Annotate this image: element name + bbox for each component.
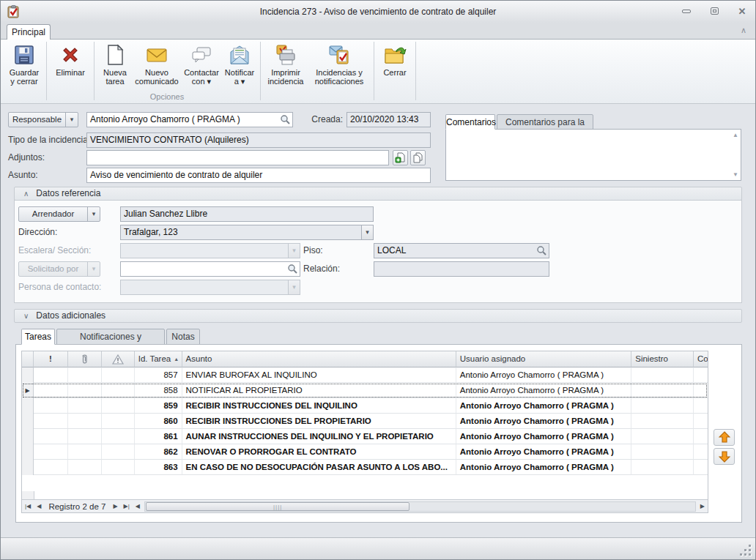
new-task-button[interactable]: Nueva tarea [97,42,133,94]
direccion-combo[interactable]: Trafalgar, 123 ▾ [120,225,374,240]
table-row[interactable]: 860RECIBIR INSTRUCCIONES DEL PROPIETARIO… [22,414,708,429]
piso-field[interactable]: LOCAL [374,243,549,258]
table-row[interactable]: 857ENVIAR BUROFAX AL INQUILINOAntonio Ar… [22,367,708,383]
tab-notas[interactable]: Notas [166,329,200,345]
tab-tareas[interactable]: Tareas [21,329,55,345]
table-row[interactable]: 859RECIBIR INSTRUCCIONES DEL INQUILINOAn… [22,398,708,414]
ribbon-tabstrip: Principal ∧ [1,23,755,39]
nav-prev-button[interactable]: ◀ [34,500,44,512]
restore-button[interactable] [708,6,720,16]
close-folder-icon [383,43,407,67]
add-attachment-button[interactable] [393,150,408,165]
search-icon[interactable] [287,264,298,275]
scrollbar-thumb[interactable]: |||| [146,502,410,511]
save-close-button[interactable]: Guardar y cerrar [5,42,43,94]
direccion-label: Dirección: [18,225,57,240]
co-cell [694,444,708,460]
table-row[interactable]: 861AUNAR INSTRUCCIONES DEL INQUILINO Y E… [22,429,708,444]
priority-cell [34,383,68,398]
section-datos-adicionales[interactable]: ∨Datos adicionales [14,309,742,323]
warning-icon [112,354,124,365]
tab-comentarios[interactable]: Comentarios [445,114,495,130]
responsable-dropdown-button[interactable]: Responsable ▾ [8,112,78,127]
add-file-icon [395,152,406,163]
table-row[interactable]: ▶858NOTIFICAR AL PROPIETARIOAntonio Arro… [22,383,708,398]
new-communication-button[interactable]: Nuevo comunicado [133,42,181,94]
asunto-label: Asunto: [8,168,38,183]
arrendador-field: Julian Sanchez Llibre [120,206,374,222]
nav-first-button[interactable]: |◀ [22,500,34,512]
scroll-down-icon[interactable]: ▼ [733,171,738,178]
responsable-field[interactable]: Antonio Arroyo Chamorro ( PRAGMA ) [86,112,293,127]
comentarios-textarea[interactable]: ▲ ▼ [445,129,741,181]
section-datos-referencia[interactable]: ∧Datos referencia [14,187,742,201]
id-cell: 857 [135,367,182,383]
usuario-column-header[interactable]: Usuario asignado [456,351,631,367]
nav-next-button[interactable]: ▶ [110,500,120,512]
contact-with-button[interactable]: Contactar con ▾ [181,42,222,94]
move-task-down-button[interactable] [714,448,735,465]
hscroll-left-button[interactable]: ◀ [133,500,143,512]
priority-cell [34,367,68,383]
table-row[interactable]: 862RENOVAR O PRORROGAR EL CONTRATOAntoni… [22,444,708,460]
warning-cell [102,367,135,383]
chevron-down-icon: ▾ [288,244,300,258]
chevron-down-icon: ▾ [65,113,78,127]
button-label: Nuevo comunicado [135,68,178,86]
sort-asc-icon: ▲ [174,351,179,367]
arrendador-label: Arrendador [19,207,87,221]
tab-comentarios-web[interactable]: Comentarios para la web [497,114,593,130]
app-window: Incidencia 273 - Aviso de vencimiento de… [0,0,756,560]
attachment-column-header[interactable] [68,351,102,367]
siniestro-column-header[interactable]: Siniestro [631,351,694,367]
scroll-up-icon[interactable]: ▲ [733,132,738,138]
grid-header: ! Id. Tarea ▲ Asunto Usuario asignado Si… [22,351,708,367]
co-cell [694,414,708,429]
minimize-button[interactable] [681,6,692,16]
close-form-button[interactable]: Cerrar [377,42,412,94]
chevron-down-icon[interactable]: ▾ [361,225,373,239]
solicitado-field[interactable] [120,261,300,277]
asunto-field[interactable]: Aviso de vencimiento de contrato de alqu… [86,168,431,183]
nav-last-button[interactable]: ▶| [121,500,133,512]
close-button[interactable]: ✕ [736,6,748,16]
ribbon-collapse-icon[interactable]: ∧ [741,26,746,35]
notify-to-button[interactable]: Notificar a ▾ [222,42,257,94]
arrendador-dropdown-button[interactable]: Arrendador ▾ [18,206,100,222]
table-row[interactable]: 863EN CASO DE NO DESOCUPACIÓN PASAR ASUN… [22,460,708,475]
responsable-label: Responsable [9,113,65,127]
resize-grip[interactable] [741,545,751,556]
usuario-cell: Antonio Arroyo Chamorro ( PRAGMA ) [456,429,631,444]
asunto-column-header[interactable]: Asunto [182,351,456,367]
copy-icon [412,152,423,163]
warning-column-header[interactable] [102,351,135,367]
horizontal-scrollbar[interactable]: |||| [144,501,696,512]
tab-notificaciones[interactable]: Notificaciones y comunicados [56,329,165,345]
minimize-icon [682,10,691,13]
co-cell [694,398,708,414]
co-column-header[interactable]: Co [694,351,708,367]
tab-principal[interactable]: Principal [7,24,51,40]
print-incident-button[interactable]: Imprimir incidencia [264,42,308,94]
hscroll-right-button[interactable]: ▶ [697,500,708,512]
tipo-field: VENCIMIENTO CONTRATO (Alquileres) [86,132,431,148]
mail-clipboard-icon [327,43,351,67]
open-envelope-icon [228,43,251,67]
copy-attachment-button[interactable] [410,150,426,165]
move-task-up-button[interactable] [714,429,735,446]
grid-body: 857ENVIAR BUROFAX AL INQUILINOAntonio Ar… [22,367,708,475]
search-icon[interactable] [280,114,291,125]
button-label: Notificar a ▾ [225,68,254,86]
priority-cell [34,460,68,475]
delete-button[interactable]: Eliminar [50,42,91,94]
arrow-up-icon [719,431,730,444]
warning-cell [102,444,135,460]
id-tarea-column-header[interactable]: Id. Tarea ▲ [135,351,182,367]
priority-column-header[interactable]: ! [34,351,68,367]
usuario-cell: Antonio Arroyo Chamorro ( PRAGMA ) [456,460,631,475]
adjuntos-field[interactable] [86,150,389,165]
warning-cell [102,398,135,414]
siniestro-cell [631,398,694,414]
search-icon[interactable] [536,245,547,256]
incidents-notifications-button[interactable]: Incidencias y notificaciones [308,42,371,94]
